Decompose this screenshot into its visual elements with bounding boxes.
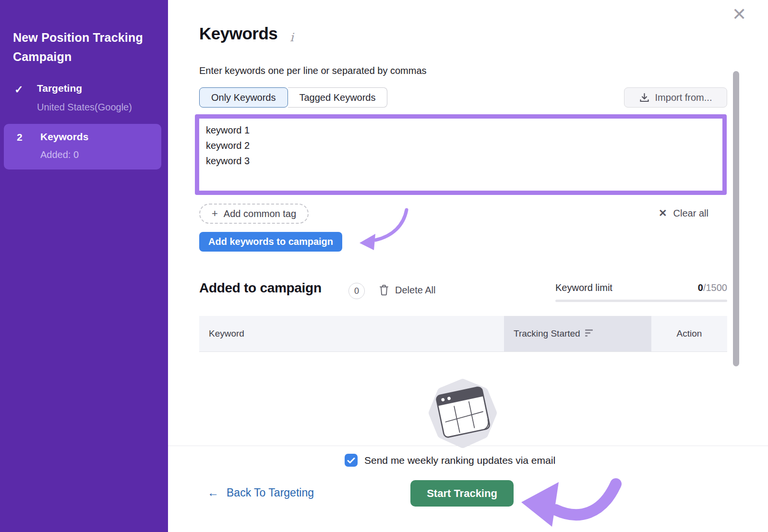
column-tracking-started[interactable]: Tracking Started: [504, 316, 651, 351]
step-targeting-sublabel: United States(Google): [37, 102, 132, 113]
sort-icon: [585, 329, 593, 338]
info-icon[interactable]: i: [290, 31, 294, 44]
empty-table-illustration: [421, 371, 504, 453]
keyword-limit-value: 0/1500: [631, 282, 727, 293]
email-updates-checkbox[interactable]: [345, 454, 358, 467]
position-tracking-modal: New Position Tracking Campaign ✓ Targeti…: [0, 0, 768, 532]
import-from-label: Import from...: [655, 92, 712, 103]
delete-all-label: Delete All: [395, 285, 436, 296]
arrow-to-start-tracking-button: [521, 482, 616, 527]
close-icon[interactable]: ✕: [729, 4, 750, 25]
keywords-instruction: Enter keywords one per line or separated…: [199, 65, 427, 76]
tracking-started-label: Tracking Started: [514, 328, 580, 339]
plus-icon: +: [212, 207, 218, 220]
column-keyword: Keyword: [199, 316, 504, 351]
keyword-limit-total: /1500: [703, 282, 727, 293]
check-icon: ✓: [14, 84, 23, 96]
add-keywords-to-campaign-button[interactable]: Add keywords to campaign: [199, 232, 342, 252]
delete-all-button[interactable]: Delete All: [379, 284, 436, 296]
clear-icon: ✕: [659, 207, 667, 219]
page-title: Keywords: [199, 24, 277, 43]
add-common-tag-label: Add common tag: [224, 208, 296, 219]
added-count-badge: 0: [348, 283, 365, 299]
keywords-tab-group: Only Keywords Tagged Keywords: [199, 87, 387, 108]
keywords-textarea[interactable]: keyword 1 keyword 2 keyword 3: [195, 114, 727, 195]
arrow-to-add-keywords-button: [360, 210, 407, 250]
keyword-limit-label: Keyword limit: [555, 282, 612, 293]
email-updates-row: Send me weekly ranking updates via email: [345, 454, 555, 467]
wizard-sidebar: New Position Tracking Campaign ✓ Targeti…: [0, 0, 168, 532]
step-keywords-sublabel: Added: 0: [40, 149, 79, 160]
column-action: Action: [651, 316, 727, 351]
add-common-tag-button[interactable]: + Add common tag: [199, 204, 309, 224]
keyword-limit-progress-bar: [555, 300, 727, 302]
trash-icon: [379, 284, 389, 296]
back-to-targeting-label: Back To Targeting: [227, 486, 314, 499]
back-arrow-icon: ←: [207, 486, 219, 499]
sidebar-step-keywords[interactable]: 2 Keywords Added: 0: [4, 124, 161, 169]
wizard-title: New Position Tracking Campaign: [13, 28, 157, 66]
keywords-table-header: Keyword Tracking Started Action: [199, 316, 727, 352]
scrollbar-thumb[interactable]: [733, 71, 739, 366]
download-icon: [639, 93, 649, 103]
start-tracking-button[interactable]: Start Tracking: [410, 480, 514, 507]
tab-tagged-keywords[interactable]: Tagged Keywords: [288, 87, 388, 108]
import-from-button[interactable]: Import from...: [624, 87, 727, 108]
clear-all-label: Clear all: [673, 208, 708, 219]
back-to-targeting-link[interactable]: ← Back To Targeting: [207, 486, 314, 499]
clear-all-button[interactable]: ✕ Clear all: [659, 207, 708, 219]
step-keywords-number: 2: [17, 132, 23, 143]
keyword-limit-used: 0: [698, 282, 703, 293]
step-keywords-label: Keywords: [40, 131, 88, 143]
checkmark-icon: [347, 457, 355, 464]
step-targeting-label: Targeting: [37, 83, 82, 94]
email-updates-label: Send me weekly ranking updates via email: [364, 455, 555, 466]
tab-only-keywords[interactable]: Only Keywords: [199, 87, 288, 108]
added-to-campaign-title: Added to campaign: [199, 280, 322, 296]
